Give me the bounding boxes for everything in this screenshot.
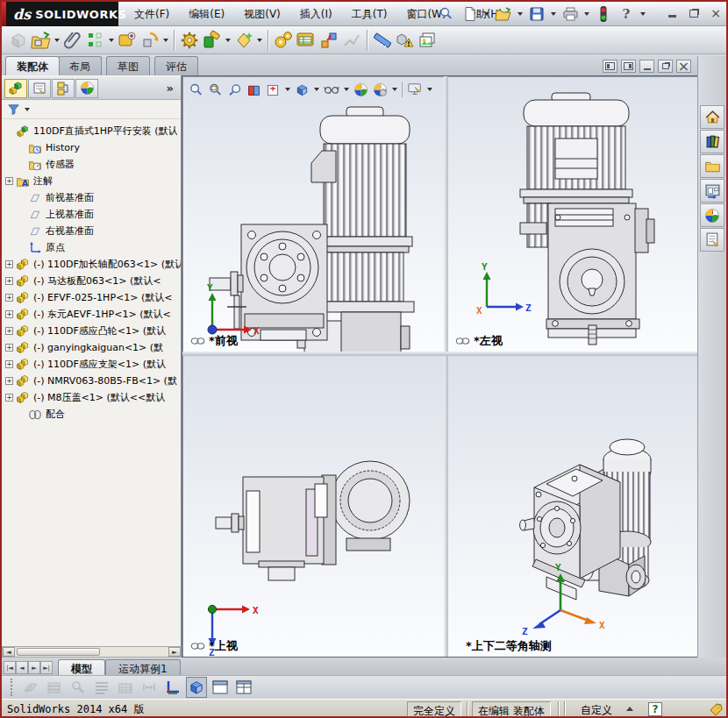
insert-components-dropdown[interactable] bbox=[54, 39, 60, 42]
horizontal-viewport-splitter[interactable] bbox=[182, 352, 698, 356]
file-explorer-icon[interactable] bbox=[700, 154, 724, 178]
expand-toggle[interactable]: + bbox=[5, 260, 13, 268]
tree-item-component[interactable]: +(-) ganyingkaiguan<1> (默 bbox=[2, 339, 181, 356]
apply-scene-dropdown[interactable] bbox=[392, 88, 397, 91]
display-style-icon[interactable] bbox=[293, 80, 311, 99]
hide-show-items-icon[interactable] bbox=[322, 80, 341, 99]
tab-sketch[interactable]: 草图 bbox=[106, 56, 150, 75]
menu-file[interactable]: 文件(F) bbox=[125, 4, 179, 25]
display-state-dropdown[interactable] bbox=[626, 707, 633, 711]
zoom-to-fit-icon[interactable] bbox=[187, 80, 205, 99]
edit-component-icon[interactable] bbox=[7, 28, 30, 53]
tree-item-right-plane[interactable]: 右视基准面 bbox=[2, 223, 181, 239]
print-dropdown[interactable] bbox=[584, 12, 589, 16]
configuration-manager-tab[interactable] bbox=[52, 79, 75, 98]
tree-item-origin[interactable]: 原点 bbox=[2, 239, 181, 256]
tab-motion-study-1[interactable]: 运动算例1 bbox=[105, 659, 181, 675]
single-viewport-icon[interactable] bbox=[210, 677, 231, 698]
reference-geometry-icon[interactable] bbox=[232, 28, 255, 53]
explode-line-sketch-icon[interactable] bbox=[340, 28, 363, 53]
instant-3d-icon[interactable] bbox=[371, 28, 394, 53]
viewport-isometric[interactable]: Y X Z *上下二等角轴测 bbox=[448, 356, 698, 657]
shaded-view-icon[interactable] bbox=[186, 677, 207, 698]
viewport-front[interactable]: Y X *前视 bbox=[183, 77, 444, 352]
expand-toggle[interactable]: + bbox=[5, 360, 13, 368]
zoom-to-area-icon[interactable] bbox=[206, 80, 225, 99]
quick-tips-icon[interactable]: ? bbox=[648, 702, 662, 716]
tab-model[interactable]: 模型 bbox=[58, 659, 105, 675]
rebuild-traffic-light-icon[interactable] bbox=[593, 4, 614, 25]
tree-item-mates[interactable]: 配合 bbox=[2, 406, 181, 423]
linear-pattern-dropdown[interactable] bbox=[109, 39, 114, 42]
save-icon[interactable] bbox=[526, 4, 547, 25]
appearances-scenes-icon[interactable] bbox=[700, 203, 724, 227]
view-palette-icon[interactable] bbox=[700, 179, 724, 203]
feature-manager-tree-tab[interactable] bbox=[4, 79, 27, 98]
hide-show-dropdown[interactable] bbox=[344, 88, 349, 91]
tree-item-component[interactable]: +(-) 110DF加长轴配063<1> (默认< bbox=[2, 256, 181, 273]
assembly-features-dropdown[interactable] bbox=[225, 39, 231, 42]
exploded-view-icon[interactable] bbox=[318, 28, 340, 53]
expand-toggle[interactable]: + bbox=[5, 277, 13, 285]
save-dropdown[interactable] bbox=[551, 12, 556, 16]
tree-item-history[interactable]: History bbox=[2, 139, 181, 156]
layer-properties-icon[interactable] bbox=[44, 677, 65, 698]
edit-appearance-icon[interactable] bbox=[352, 80, 370, 99]
coordinate-system-icon[interactable] bbox=[162, 677, 183, 698]
tree-item-annotations[interactable]: +A注解 bbox=[2, 173, 181, 189]
new-motion-study-icon[interactable] bbox=[272, 28, 295, 53]
panel-overflow-chevron[interactable]: » bbox=[167, 82, 174, 95]
tree-item-top-plane[interactable]: 上视基准面 bbox=[2, 206, 181, 223]
view-orientation-icon[interactable] bbox=[264, 80, 282, 99]
view-settings-dropdown[interactable] bbox=[427, 88, 432, 91]
filter-funnel-icon[interactable] bbox=[7, 103, 20, 116]
magnifier-lens-icon[interactable] bbox=[225, 80, 244, 99]
expand-toggle[interactable]: + bbox=[5, 377, 13, 385]
tree-item-component[interactable]: +(-) NMRV063-80B5-FB<1> (默 bbox=[2, 373, 181, 389]
tree-item-front-plane[interactable]: 前视基准面 bbox=[2, 189, 181, 206]
display-manager-tab[interactable] bbox=[75, 79, 98, 98]
menu-view[interactable]: 视图(V) bbox=[234, 4, 290, 25]
split-left-icon[interactable] bbox=[603, 60, 617, 73]
toolbar-grip[interactable] bbox=[11, 679, 14, 696]
scroll-right-arrow[interactable]: ► bbox=[168, 647, 181, 657]
bill-of-materials-icon[interactable] bbox=[295, 28, 318, 53]
tab-layout[interactable]: 布局 bbox=[58, 56, 102, 75]
auto-key-icon[interactable] bbox=[139, 677, 160, 698]
apply-scene-icon[interactable] bbox=[371, 80, 389, 99]
viewport-top[interactable]: X Z *上视 bbox=[183, 356, 444, 657]
four-viewports-icon[interactable] bbox=[233, 677, 254, 698]
restore-button[interactable] bbox=[687, 7, 701, 19]
prev-study-nav[interactable]: ◄ bbox=[16, 661, 28, 674]
show-hidden-components-icon[interactable] bbox=[178, 28, 201, 53]
filter-dropdown[interactable] bbox=[25, 108, 30, 111]
help-icon[interactable]: ? bbox=[616, 4, 637, 25]
hide-show-annotations-icon[interactable] bbox=[68, 677, 89, 698]
reference-geometry-dropdown[interactable] bbox=[257, 39, 262, 42]
take-snapshot-icon[interactable] bbox=[417, 28, 439, 53]
tree-item-component[interactable]: +(-) EFVF-025-1HP<1> (默认< bbox=[2, 289, 181, 306]
vertical-viewport-splitter[interactable] bbox=[444, 76, 448, 657]
assembly-visualization-icon[interactable] bbox=[20, 677, 41, 698]
mate-icon[interactable] bbox=[61, 28, 84, 53]
expand-toggle[interactable]: + bbox=[5, 177, 13, 185]
scroll-left-arrow[interactable]: ◄ bbox=[3, 647, 15, 657]
property-manager-tab[interactable] bbox=[28, 79, 51, 98]
menu-tools[interactable]: 工具(T) bbox=[342, 4, 397, 25]
tag-icon[interactable] bbox=[709, 702, 723, 716]
help-dropdown[interactable] bbox=[640, 12, 646, 16]
tree-item-component[interactable]: +(-) 110DF感应支架<1> (默认 bbox=[2, 356, 181, 373]
custom-properties-icon[interactable] bbox=[700, 228, 724, 252]
assembly-features-icon[interactable] bbox=[201, 28, 224, 53]
menu-edit[interactable]: 编辑(E) bbox=[179, 4, 234, 25]
expand-toggle[interactable]: + bbox=[5, 327, 13, 335]
display-state[interactable]: 自定义 bbox=[581, 703, 612, 718]
expand-toggle[interactable]: + bbox=[5, 310, 13, 318]
smart-fasteners-icon[interactable] bbox=[116, 28, 139, 53]
tree-item-component[interactable]: +(-) M8压盖<1> (默认<<默认 bbox=[2, 389, 181, 406]
filter-display-icon[interactable] bbox=[91, 677, 112, 698]
grid-settings-icon[interactable] bbox=[115, 677, 136, 698]
design-library-icon[interactable] bbox=[700, 130, 724, 153]
expand-toggle[interactable]: + bbox=[5, 344, 13, 352]
open-document-icon[interactable] bbox=[493, 4, 514, 25]
